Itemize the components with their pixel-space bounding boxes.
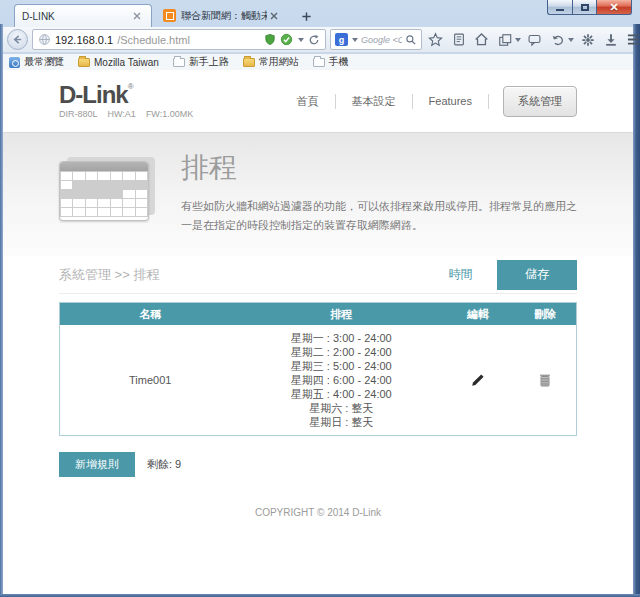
time-button[interactable]: 時間 [429, 260, 493, 290]
nav-features[interactable]: Features [413, 95, 488, 107]
menu-hamburger-icon[interactable] [624, 30, 640, 50]
undo-arrow-icon[interactable] [548, 30, 567, 50]
rule-name: Time001 [60, 325, 241, 436]
remaining-count: 剩餘: 9 [147, 457, 181, 472]
folder-icon [78, 58, 90, 67]
col-header-edit: 編輯 [442, 303, 514, 325]
tab-strip: D-LINK 聯合新聞網：觸動未來 新... ✕ [0, 0, 640, 27]
schedule-table: 名稱 排程 編輯 刪除 Time001 星期一 : 3:00 - 24:00 星… [59, 302, 577, 436]
bookmarks-panel-icon[interactable] [449, 30, 468, 50]
close-icon: ✕ [609, 2, 618, 13]
bookmark-star-icon[interactable] [426, 30, 445, 50]
bookmark-mozilla-taiwan[interactable]: Mozilla Taiwan [78, 57, 159, 68]
url-host: 192.168.0.1 [55, 34, 113, 46]
folder-icon [243, 58, 255, 67]
breadcrumb: 系統管理 >> 排程 [59, 266, 159, 284]
registered-mark: ® [128, 82, 134, 91]
col-header-name: 名稱 [60, 303, 241, 325]
browser-window: D-LINK 聯合新聞網：觸動未來 新... ✕ 192.168.0 [0, 0, 640, 597]
device-model: DIR-880L [59, 109, 98, 119]
bookmark-getting-started[interactable]: 新手上路 [173, 55, 229, 69]
back-button[interactable] [7, 29, 28, 50]
device-fw: FW:1.00MK [146, 109, 193, 119]
save-button[interactable]: 儲存 [497, 260, 577, 290]
minimize-button[interactable] [547, 0, 572, 15]
col-header-delete: 刪除 [514, 303, 576, 325]
dlink-logo: D-Link [59, 81, 128, 108]
security-shield-icon[interactable] [264, 33, 276, 46]
chevron-down-icon[interactable] [515, 38, 521, 42]
bookmarks-bar: 最常瀏覽 Mozilla Taiwan 新手上路 常用網站 手機 [3, 54, 633, 70]
rule-edit-cell [442, 325, 514, 436]
bookmark-label: Mozilla Taiwan [94, 57, 159, 68]
maximize-icon [581, 4, 589, 11]
breadcrumb-row: 系統管理 >> 排程 時間 儲存 [59, 256, 577, 294]
tab-udn-news[interactable]: 聯合新聞網：觸動未來 新... [156, 4, 288, 27]
device-info: DIR-880L HW:A1 FW:1.00MK [59, 109, 193, 119]
table-row: Time001 星期一 : 3:00 - 24:00 星期二 : 2:00 - … [60, 325, 577, 436]
nav-basic-settings[interactable]: 基本設定 [336, 94, 412, 109]
globe-icon [38, 33, 51, 46]
status-check-icon[interactable] [280, 33, 293, 46]
bookmark-label: 新手上路 [189, 55, 229, 69]
main-nav: 首頁 基本設定 Features 系統管理 [281, 86, 577, 117]
home-icon[interactable] [472, 30, 491, 50]
window-controls: ✕ [547, 0, 632, 15]
window-border-right [633, 24, 640, 597]
tab-title: 聯合新聞網：觸動未來 新... [181, 9, 267, 23]
edit-pencil-icon[interactable] [470, 372, 486, 388]
add-rule-button[interactable]: 新增規則 [59, 452, 135, 477]
sync-gear-icon[interactable] [578, 30, 597, 50]
tab-title: D-LINK [22, 11, 130, 22]
site-header: D-Link® DIR-880L HW:A1 FW:1.00MK 首頁 基本設定… [59, 70, 577, 132]
pages-button-group[interactable] [495, 30, 521, 50]
chat-bubble-icon[interactable] [525, 30, 544, 50]
reload-icon[interactable] [308, 34, 320, 46]
nav-home[interactable]: 首頁 [281, 94, 335, 109]
url-path: /Schedule.html [117, 34, 190, 46]
tab-dlink[interactable]: D-LINK [14, 4, 152, 27]
nav-system-management[interactable]: 系統管理 [503, 86, 577, 117]
chevron-down-icon[interactable] [568, 38, 574, 42]
maximize-button[interactable] [572, 0, 596, 15]
page-title: 排程 [181, 149, 586, 187]
udn-favicon-icon [163, 9, 176, 22]
bookmark-label: 手機 [329, 55, 349, 69]
new-tab-button[interactable] [296, 8, 316, 24]
folder-icon [313, 58, 325, 67]
bookmark-most-visited[interactable]: 最常瀏覽 [9, 55, 64, 69]
page-viewport: D-Link® DIR-880L HW:A1 FW:1.00MK 首頁 基本設定… [3, 70, 633, 594]
delete-trash-icon[interactable] [537, 372, 553, 388]
col-header-schedule: 排程 [240, 303, 442, 325]
google-search-icon[interactable]: g [335, 33, 348, 46]
folder-icon [173, 58, 185, 67]
search-placeholder: Google <Ctrl+K> [361, 35, 402, 45]
tab-close-icon[interactable] [267, 9, 281, 23]
page-description: 有些如防火牆和網站過濾器的功能，可以依排程來啟用或停用。排程常見的應用之一是在指… [181, 197, 586, 234]
copyright-footer: COPYRIGHT © 2014 D-Link [59, 507, 577, 518]
tab-close-icon[interactable] [130, 9, 144, 23]
undo-button-group[interactable] [548, 30, 574, 50]
minimize-icon [556, 9, 564, 11]
magnifier-icon[interactable] [405, 34, 417, 46]
chevron-down-icon[interactable] [352, 38, 358, 42]
hero-band: 排程 有些如防火牆和網站過濾器的功能，可以依排程來啟用或停用。排程常見的應用之一… [3, 132, 633, 256]
most-visited-icon [9, 57, 20, 68]
nav-separator [488, 94, 489, 109]
navigation-toolbar: 192.168.0.1/Schedule.html g Google <Ctrl… [3, 27, 633, 53]
close-window-button[interactable]: ✕ [596, 0, 632, 15]
rule-delete-cell [514, 325, 576, 436]
device-hw: HW:A1 [108, 109, 136, 119]
bookmark-label: 最常瀏覽 [24, 55, 64, 69]
chevron-down-icon[interactable] [298, 38, 304, 42]
bookmark-mobile[interactable]: 手機 [313, 55, 349, 69]
bookmark-label: 常用網站 [259, 55, 299, 69]
bookmark-common-sites[interactable]: 常用網站 [243, 55, 299, 69]
schedule-calendar-icon [59, 149, 171, 234]
pages-icon[interactable] [495, 30, 514, 50]
url-bar[interactable]: 192.168.0.1/Schedule.html [32, 29, 326, 50]
calendar-grid [60, 171, 148, 217]
search-box[interactable]: g Google <Ctrl+K> [330, 29, 422, 50]
download-icon[interactable] [601, 30, 620, 50]
rule-schedule: 星期一 : 3:00 - 24:00 星期二 : 2:00 - 24:00 星期… [240, 325, 442, 436]
